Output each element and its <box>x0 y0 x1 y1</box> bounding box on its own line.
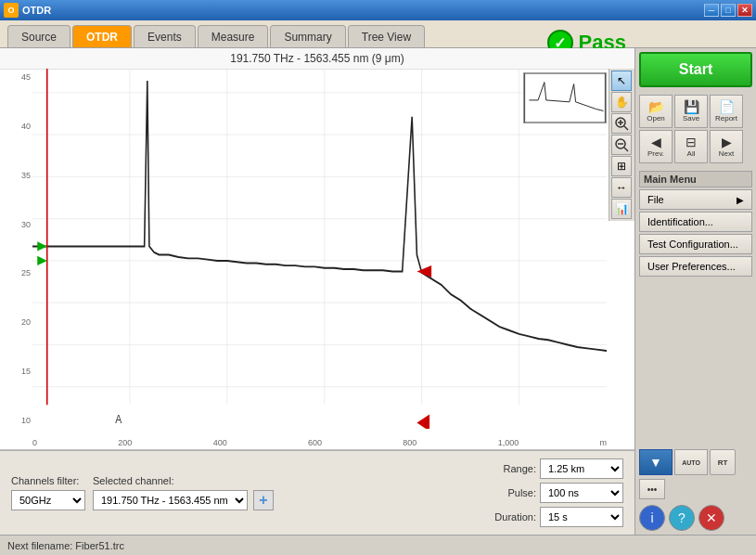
help-button[interactable]: ? <box>669 505 695 531</box>
download-button[interactable]: ▼ <box>639 449 673 475</box>
window-title: OTDR <box>22 5 702 16</box>
right-panel: Start 📂 Open 💾 Save 📄 Report ◀ <box>635 48 756 535</box>
app-icon: O <box>4 3 19 18</box>
selected-channel-label: Selected channel: <box>93 475 274 486</box>
x-label-800: 800 <box>403 438 416 447</box>
auto-button[interactable]: AUTO <box>674 449 708 475</box>
identification-label: Identification... <box>647 216 713 227</box>
report-button[interactable]: 📄 Report <box>710 95 743 128</box>
cursor-tool[interactable]: ↖ <box>611 71 632 91</box>
svg-line-26 <box>624 148 628 151</box>
chart-area: 191.750 THz - 1563.455 nm (9 μm) 45 40 3… <box>0 48 634 450</box>
tab-summary[interactable]: Summary <box>270 25 345 47</box>
duration-row: Duration: 15 s 5 s 30 s 60 s <box>485 507 623 527</box>
prev-icon: ◀ <box>651 136 661 148</box>
close-x-button[interactable]: ✕ <box>698 505 724 531</box>
toolbar-row-2: ◀ Prev. ⊟ All ▶ Next <box>639 130 752 163</box>
pulse-row: Pulse: 100 ns 10 ns 30 ns 300 ns <box>485 483 623 503</box>
range-label: Range: <box>485 463 536 474</box>
test-config-label: Test Configuration... <box>647 239 738 250</box>
main-menu-header: Main Menu <box>639 171 752 187</box>
zoom-in-tool[interactable] <box>611 113 632 134</box>
all-label: All <box>687 149 696 158</box>
prev-button[interactable]: ◀ Prev. <box>639 130 673 163</box>
tab-otdr[interactable]: OTDR <box>72 25 132 47</box>
pulse-label: Pulse: <box>485 487 536 498</box>
svg-marker-14 <box>37 241 46 251</box>
params-group: Range: 1.25 km 0.5 km 2.5 km 5 km Pulse:… <box>485 458 623 527</box>
test-config-menu-item[interactable]: Test Configuration... <box>639 234 752 254</box>
zoom-out-tool[interactable] <box>611 135 632 155</box>
user-prefs-menu-item[interactable]: User Preferences... <box>639 256 752 277</box>
selected-channel-select[interactable]: 191.750 THz - 1563.455 nm <box>93 490 248 510</box>
tab-bar: Source OTDR Events Measure Summary Tree … <box>0 20 756 48</box>
range-row: Range: 1.25 km 0.5 km 2.5 km 5 km <box>485 458 623 479</box>
event-tool[interactable]: 📊 <box>611 199 632 219</box>
tab-measure[interactable]: Measure <box>198 25 269 47</box>
x-label-400: 400 <box>213 438 227 447</box>
help-icon: ? <box>678 510 686 525</box>
measure-tool[interactable]: ↔ <box>611 177 632 198</box>
save-button[interactable]: 💾 Save <box>674 95 708 128</box>
next-button[interactable]: ▶ Next <box>710 130 743 163</box>
all-button[interactable]: ⊟ All <box>674 130 708 163</box>
prev-label: Prev. <box>647 149 664 158</box>
bottom-buttons: i ? ✕ <box>635 501 756 535</box>
next-label: Next <box>719 149 734 158</box>
add-channel-button[interactable]: + <box>253 490 274 510</box>
channels-filter-label: Channels filter: <box>11 475 85 486</box>
selected-channel-group: Selected channel: 191.750 THz - 1563.455… <box>93 475 274 510</box>
chart-svg-container: A 0 200 400 600 800 1,000 m <box>0 69 634 449</box>
more-button[interactable]: ••• <box>639 479 665 499</box>
file-menu-arrow: ▶ <box>737 195 744 205</box>
x-axis: 0 200 400 600 800 1,000 m <box>32 438 607 447</box>
controls-panel: Channels filter: 50GHz Selected channel:… <box>0 450 634 535</box>
identification-menu-item[interactable]: Identification... <box>639 212 752 232</box>
svg-marker-17 <box>416 414 429 429</box>
svg-text:A: A <box>115 411 122 424</box>
close-x-icon: ✕ <box>706 510 717 525</box>
svg-marker-16 <box>416 265 431 278</box>
x-label-1000: 1,000 <box>498 438 519 447</box>
more-btn-row: ••• <box>635 477 756 501</box>
mini-preview <box>523 72 607 123</box>
tab-source[interactable]: Source <box>7 25 70 47</box>
file-menu-item[interactable]: File ▶ <box>639 189 752 210</box>
save-icon: 💾 <box>684 100 699 113</box>
x-label-200: 200 <box>118 438 132 447</box>
minimize-button[interactable]: ─ <box>704 4 719 17</box>
x-label-600: 600 <box>308 438 322 447</box>
x-label-0: 0 <box>32 438 37 447</box>
rt-button[interactable]: RT <box>710 449 736 475</box>
side-action-btns: ▼ AUTO RT <box>635 447 756 477</box>
svg-marker-15 <box>37 256 46 265</box>
range-select[interactable]: 1.25 km 0.5 km 2.5 km 5 km <box>540 458 623 479</box>
duration-label: Duration: <box>485 511 536 523</box>
report-icon: 📄 <box>719 100 735 113</box>
svg-rect-19 <box>525 73 606 123</box>
report-label: Report <box>715 114 737 123</box>
channels-filter-select[interactable]: 50GHz <box>11 490 85 510</box>
toolbar-row-1: 📂 Open 💾 Save 📄 Report <box>639 95 752 128</box>
pan-tool[interactable]: ✋ <box>611 92 632 112</box>
save-label: Save <box>683 114 699 123</box>
x-label-m: m <box>599 438 607 447</box>
pulse-select[interactable]: 100 ns 10 ns 30 ns 300 ns <box>540 483 623 503</box>
maximize-button[interactable]: □ <box>721 4 736 17</box>
tab-events[interactable]: Events <box>134 25 196 47</box>
toolbar-section: 📂 Open 💾 Save 📄 Report ◀ Prev. <box>635 91 756 167</box>
main-menu: Main Menu File ▶ Identification... Test … <box>635 167 756 447</box>
file-menu-label: File <box>647 194 664 205</box>
chart-tools: ↖ ✋ ⊞ <box>609 69 634 221</box>
close-button[interactable]: ✕ <box>737 4 752 17</box>
all-icon: ⊟ <box>686 136 697 148</box>
tab-treeview[interactable]: Tree View <box>348 25 425 47</box>
duration-select[interactable]: 15 s 5 s 30 s 60 s <box>540 507 623 527</box>
fit-tool[interactable]: ⊞ <box>611 156 632 176</box>
status-text: Next filename: Fiber51.trc <box>7 540 124 551</box>
open-button[interactable]: 📂 Open <box>639 95 673 128</box>
main-layout: 191.750 THz - 1563.455 nm (9 μm) 45 40 3… <box>0 48 756 535</box>
start-button[interactable]: Start <box>639 52 752 87</box>
info-button[interactable]: i <box>639 505 665 531</box>
next-icon: ▶ <box>722 136 732 148</box>
